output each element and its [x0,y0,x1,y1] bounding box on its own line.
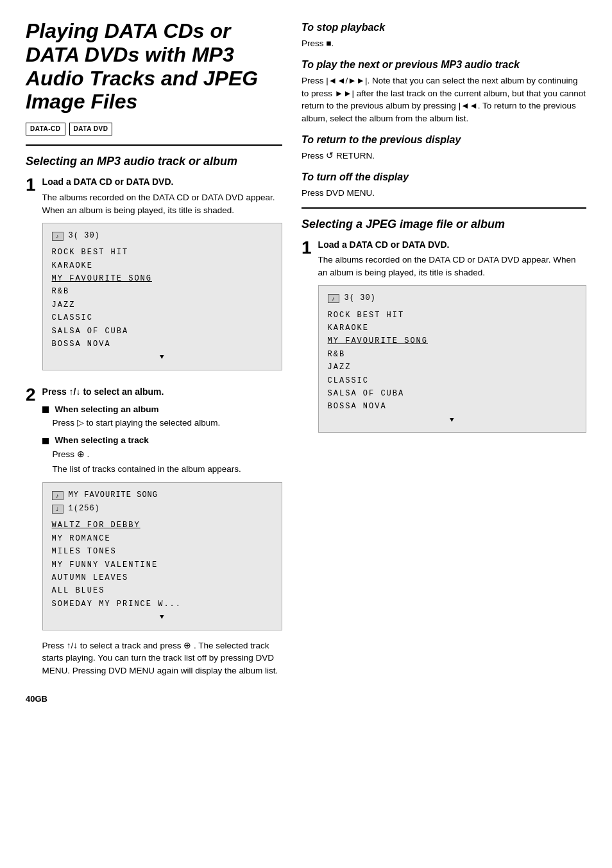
turnoff-body-text: Press DVD MENU. [302,187,586,200]
step2-container: 2 Press ↑/↓ to select an album. When sel… [26,386,282,683]
lcd2-header-text1: MY FAVOURITE SONG [69,489,158,501]
jpeg-step1-body: The albums recorded on the DATA CD or DA… [318,254,586,279]
lcd3-icon: ♪ [328,294,339,303]
lcd3-row-4: JAZZ [328,361,577,374]
right-divider [302,207,586,209]
lcd-box-3: ♪ 3( 30) ROCK BEST HIT KARAOKE MY FAVOUR… [318,285,586,433]
next-body-text: Press |◄◄/►►|. Note that you can select … [302,74,586,125]
sub-step-album-title: When selecting an album [42,404,282,416]
jpeg-step1-container: 1 Load a DATA CD or DATA DVD. The albums… [302,239,586,442]
return-body: Press ↺ RETURN. [302,150,586,162]
lcd3-row-7: BOSSA NOVA [328,400,577,413]
lcd3-row-6: SALSA OF CUBA [328,387,577,400]
stop-title: To stop playback [302,21,586,35]
badge-data-cd: DATA-CD [26,123,65,135]
lcd2-icon1: ♪ [52,491,64,500]
sub-step-track: When selecting a track Press ⊕ . The lis… [42,435,282,476]
sub-step-album-body: Press ▷ to start playing the selected al… [53,417,282,430]
lcd2-row-1: MY ROMANCE [52,532,273,545]
lcd2-row-6: SOMEDAY MY PRINCE W... [52,598,273,611]
lcd-box-1: ♪ 3( 30) ROCK BEST HIT KARAOKE MY FAVOUR… [42,223,282,370]
sub-step-track-body2: The list of tracks contained in the albu… [53,464,282,476]
lcd2-row-0: WALTZ FOR DEBBY [52,519,273,532]
lcd1-arrow: ▼ [52,352,273,363]
lcd1-row-2: MY FAVOURITE SONG [52,272,273,285]
stop-body: Press ■. [302,37,586,50]
section1-title: Selecting an MP3 audio track or album [26,153,282,169]
lcd3-arrow: ▼ [328,415,577,426]
lcd1-row-3: R&B [52,285,273,298]
sub-step-track-title: When selecting a track [42,435,282,447]
section2-title: Selecting a JPEG image file or album [302,216,586,232]
lcd2-row-3: MY FUNNY VALENTINE [52,559,273,571]
lcd1-icon: ♪ [52,232,64,241]
step1-label: Load a DATA CD or DATA DVD. [42,176,282,189]
bullet-icon [42,406,49,413]
next-body: Press |◄◄/►►|. Note that you can select … [302,74,586,125]
return-title: To return to the previous display [302,133,586,147]
lcd2-row-5: ALL BLUES [52,584,273,597]
next-title: To play the next or previous MP3 audio t… [302,58,586,72]
page-title: Playing DATA CDs or DATA DVDs with MP3 A… [26,19,282,114]
bullet2-icon [42,438,49,444]
jpeg-step1-number: 1 [302,239,312,257]
step1-container: 1 Load a DATA CD or DATA DVD. The albums… [26,176,282,379]
lcd1-row-0: ROCK BEST HIT [52,246,273,259]
lcd3-row-0: ROCK BEST HIT [328,309,577,322]
step2-label: Press ↑/↓ to select an album. [42,386,282,399]
left-column: Playing DATA CDs or DATA DVDs with MP3 A… [26,19,282,849]
turnoff-title: To turn off the display [302,170,586,184]
lcd1-row-5: CLASSIC [52,311,273,324]
lcd3-row-3: R&B [328,348,577,361]
lcd1-header-text: 3( 30) [69,230,100,242]
lcd1-row-7: BOSSA NOVA [52,338,273,351]
lcd3-header-text: 3( 30) [344,292,376,304]
lcd2-header-text2: 1(256) [69,503,100,515]
top-divider [26,144,282,146]
sub-step-album: When selecting an album Press ▷ to start… [42,404,282,430]
sub-step-track-body: Press ⊕ . [53,449,282,461]
sub-step-album-title-text: When selecting an album [55,404,159,416]
return-body-text: Press ↺ RETURN. [302,150,586,162]
right-column: To stop playback Press ■. To play the ne… [302,19,586,849]
sub-step-track-title-text: When selecting a track [55,435,149,447]
lcd3-row-1: KARAOKE [328,322,577,334]
lcd-box-2: ♪ MY FAVOURITE SONG ♩ 1(256) WALTZ FOR D… [42,482,282,630]
lcd3-row-2: MY FAVOURITE SONG [328,334,577,347]
step1-body: The albums recorded on the DATA CD or DA… [42,191,282,216]
lcd1-row-6: SALSA OF CUBA [52,325,273,338]
lcd2-arrow: ▼ [52,612,273,623]
badge-data-dvd: DATA DVD [69,123,113,135]
step2-number: 2 [26,386,36,404]
lcd2-icon2: ♩ [52,505,64,514]
badge-container: DATA-CD DATA DVD [26,123,282,135]
lcd2-row-2: MILES TONES [52,545,273,558]
jpeg-step1-label: Load a DATA CD or DATA DVD. [318,239,586,252]
lcd1-row-1: KARAOKE [52,259,273,272]
lcd3-row-5: CLASSIC [328,374,577,387]
step1-number: 1 [26,176,36,194]
lcd1-row-4: JAZZ [52,299,273,311]
step2-footer: Press ↑/↓ to select a track and press ⊕ … [42,639,282,677]
page: Playing DATA CDs or DATA DVDs with MP3 A… [0,0,612,868]
page-footer: 40GB [26,693,282,705]
stop-body-text: Press ■. [302,37,586,50]
lcd2-row-4: AUTUMN LEAVES [52,571,273,584]
turnoff-body: Press DVD MENU. [302,187,586,200]
